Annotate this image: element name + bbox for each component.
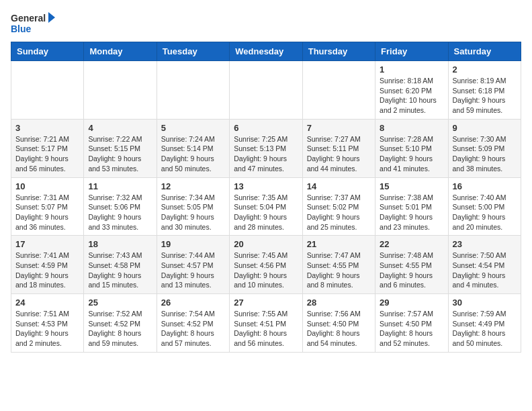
day-cell: 7Sunrise: 7:27 AM Sunset: 5:11 PM Daylig… [302, 119, 375, 177]
day-info: Sunrise: 7:45 AM Sunset: 4:56 PM Dayligh… [234, 250, 298, 290]
weekday-header-wednesday: Wednesday [230, 42, 302, 61]
weekday-header-monday: Monday [84, 42, 157, 61]
logo: GeneralBlue [11, 11, 58, 36]
day-cell: 16Sunrise: 7:40 AM Sunset: 5:00 PM Dayli… [448, 177, 521, 236]
day-number: 1 [380, 64, 443, 75]
week-row-3: 17Sunrise: 7:41 AM Sunset: 4:59 PM Dayli… [11, 236, 521, 294]
day-info: Sunrise: 7:50 AM Sunset: 4:54 PM Dayligh… [453, 250, 517, 290]
day-cell: 19Sunrise: 7:44 AM Sunset: 4:57 PM Dayli… [157, 236, 229, 294]
day-cell: 2Sunrise: 8:19 AM Sunset: 6:18 PM Daylig… [448, 61, 521, 120]
day-info: Sunrise: 7:31 AM Sunset: 5:07 PM Dayligh… [15, 193, 79, 232]
day-number: 3 [15, 123, 79, 133]
day-info: Sunrise: 8:19 AM Sunset: 6:18 PM Dayligh… [453, 76, 517, 116]
day-info: Sunrise: 7:34 AM Sunset: 5:05 PM Dayligh… [161, 193, 225, 232]
day-cell: 20Sunrise: 7:45 AM Sunset: 4:56 PM Dayli… [230, 236, 302, 294]
day-number: 30 [453, 298, 517, 308]
day-cell [11, 61, 84, 120]
weekday-header-sunday: Sunday [11, 42, 84, 61]
day-cell [302, 61, 375, 120]
day-cell [84, 61, 157, 120]
day-info: Sunrise: 7:52 AM Sunset: 4:52 PM Dayligh… [88, 309, 152, 349]
day-cell: 23Sunrise: 7:50 AM Sunset: 4:54 PM Dayli… [448, 236, 521, 294]
day-number: 23 [453, 239, 517, 249]
day-info: Sunrise: 7:56 AM Sunset: 4:50 PM Dayligh… [307, 309, 371, 349]
day-info: Sunrise: 7:38 AM Sunset: 5:01 PM Dayligh… [380, 193, 443, 232]
day-number: 25 [88, 298, 152, 308]
day-cell: 1Sunrise: 8:18 AM Sunset: 6:20 PM Daylig… [375, 61, 448, 120]
week-row-4: 24Sunrise: 7:51 AM Sunset: 4:53 PM Dayli… [11, 294, 521, 353]
day-number: 24 [15, 298, 79, 308]
weekday-header-thursday: Thursday [302, 42, 375, 61]
day-number: 8 [380, 123, 443, 133]
day-number: 29 [380, 298, 443, 308]
day-cell: 29Sunrise: 7:57 AM Sunset: 4:50 PM Dayli… [375, 294, 448, 353]
day-info: Sunrise: 7:55 AM Sunset: 4:51 PM Dayligh… [234, 309, 298, 349]
day-info: Sunrise: 7:41 AM Sunset: 4:59 PM Dayligh… [15, 250, 79, 290]
day-number: 12 [161, 181, 225, 191]
day-cell: 4Sunrise: 7:22 AM Sunset: 5:15 PM Daylig… [84, 119, 157, 177]
day-info: Sunrise: 7:22 AM Sunset: 5:15 PM Dayligh… [88, 134, 152, 174]
day-cell: 10Sunrise: 7:31 AM Sunset: 5:07 PM Dayli… [11, 177, 84, 236]
day-info: Sunrise: 7:30 AM Sunset: 5:09 PM Dayligh… [453, 134, 517, 174]
calendar-table: SundayMondayTuesdayWednesdayThursdayFrid… [11, 42, 521, 353]
day-number: 27 [234, 298, 298, 308]
day-info: Sunrise: 7:35 AM Sunset: 5:04 PM Dayligh… [234, 193, 298, 232]
day-number: 26 [161, 298, 225, 308]
day-number: 9 [453, 123, 517, 133]
day-number: 2 [453, 64, 517, 75]
day-number: 14 [307, 181, 371, 191]
weekday-header-saturday: Saturday [448, 42, 521, 61]
day-number: 22 [380, 239, 443, 249]
svg-text:General: General [11, 13, 46, 24]
day-info: Sunrise: 7:25 AM Sunset: 5:13 PM Dayligh… [234, 134, 298, 174]
day-info: Sunrise: 7:27 AM Sunset: 5:11 PM Dayligh… [307, 134, 371, 174]
weekday-header-friday: Friday [375, 42, 448, 61]
day-number: 13 [234, 181, 298, 191]
day-cell [157, 61, 229, 120]
day-number: 21 [307, 239, 371, 249]
day-number: 18 [88, 239, 152, 249]
day-info: Sunrise: 7:32 AM Sunset: 5:06 PM Dayligh… [88, 193, 152, 232]
svg-marker-1 [48, 12, 55, 23]
day-cell [230, 61, 302, 120]
svg-text:Blue: Blue [11, 24, 32, 34]
day-cell: 6Sunrise: 7:25 AM Sunset: 5:13 PM Daylig… [230, 119, 302, 177]
day-cell: 26Sunrise: 7:54 AM Sunset: 4:52 PM Dayli… [157, 294, 229, 353]
day-info: Sunrise: 8:18 AM Sunset: 6:20 PM Dayligh… [380, 76, 443, 116]
day-info: Sunrise: 7:24 AM Sunset: 5:14 PM Dayligh… [161, 134, 225, 174]
day-cell: 5Sunrise: 7:24 AM Sunset: 5:14 PM Daylig… [157, 119, 229, 177]
day-info: Sunrise: 7:57 AM Sunset: 4:50 PM Dayligh… [380, 309, 443, 349]
logo-svg: GeneralBlue [11, 11, 58, 36]
day-info: Sunrise: 7:21 AM Sunset: 5:17 PM Dayligh… [15, 134, 79, 174]
day-number: 19 [161, 239, 225, 249]
day-cell: 21Sunrise: 7:47 AM Sunset: 4:55 PM Dayli… [302, 236, 375, 294]
week-row-2: 10Sunrise: 7:31 AM Sunset: 5:07 PM Dayli… [11, 177, 521, 236]
day-info: Sunrise: 7:48 AM Sunset: 4:55 PM Dayligh… [380, 250, 443, 290]
day-info: Sunrise: 7:44 AM Sunset: 4:57 PM Dayligh… [161, 250, 225, 290]
day-cell: 14Sunrise: 7:37 AM Sunset: 5:02 PM Dayli… [302, 177, 375, 236]
day-cell: 24Sunrise: 7:51 AM Sunset: 4:53 PM Dayli… [11, 294, 84, 353]
day-info: Sunrise: 7:43 AM Sunset: 4:58 PM Dayligh… [88, 250, 152, 290]
day-number: 20 [234, 239, 298, 249]
week-row-1: 3Sunrise: 7:21 AM Sunset: 5:17 PM Daylig… [11, 119, 521, 177]
day-cell: 17Sunrise: 7:41 AM Sunset: 4:59 PM Dayli… [11, 236, 84, 294]
day-number: 17 [15, 239, 79, 249]
weekday-header-row: SundayMondayTuesdayWednesdayThursdayFrid… [11, 42, 521, 61]
day-cell: 13Sunrise: 7:35 AM Sunset: 5:04 PM Dayli… [230, 177, 302, 236]
day-cell: 15Sunrise: 7:38 AM Sunset: 5:01 PM Dayli… [375, 177, 448, 236]
day-number: 4 [88, 123, 152, 133]
day-cell: 12Sunrise: 7:34 AM Sunset: 5:05 PM Dayli… [157, 177, 229, 236]
day-number: 16 [453, 181, 517, 191]
day-number: 7 [307, 123, 371, 133]
day-number: 28 [307, 298, 371, 308]
day-info: Sunrise: 7:54 AM Sunset: 4:52 PM Dayligh… [161, 309, 225, 349]
weekday-header-tuesday: Tuesday [157, 42, 229, 61]
day-number: 5 [161, 123, 225, 133]
day-cell: 8Sunrise: 7:28 AM Sunset: 5:10 PM Daylig… [375, 119, 448, 177]
day-cell: 18Sunrise: 7:43 AM Sunset: 4:58 PM Dayli… [84, 236, 157, 294]
day-cell: 22Sunrise: 7:48 AM Sunset: 4:55 PM Dayli… [375, 236, 448, 294]
day-cell: 30Sunrise: 7:59 AM Sunset: 4:49 PM Dayli… [448, 294, 521, 353]
day-cell: 3Sunrise: 7:21 AM Sunset: 5:17 PM Daylig… [11, 119, 84, 177]
day-info: Sunrise: 7:37 AM Sunset: 5:02 PM Dayligh… [307, 193, 371, 232]
day-cell: 11Sunrise: 7:32 AM Sunset: 5:06 PM Dayli… [84, 177, 157, 236]
